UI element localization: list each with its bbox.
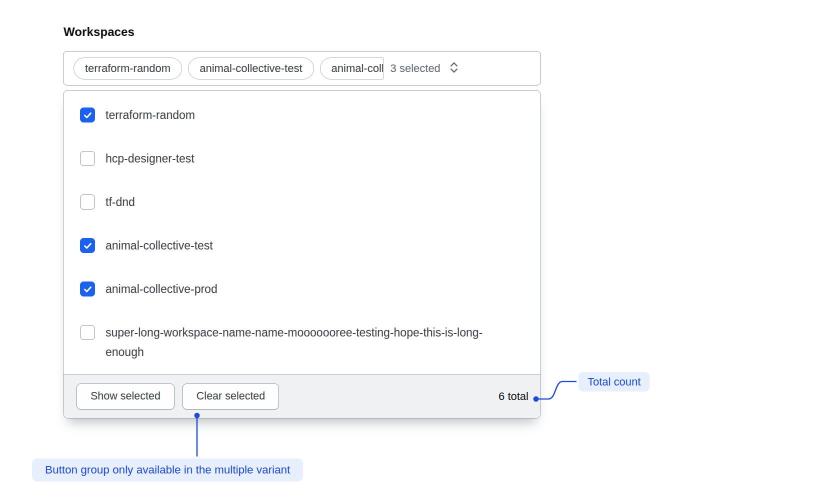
option-label: super-long-workspace-name-name-moooooore…: [106, 323, 488, 362]
total-count-annotation: Total count: [578, 372, 650, 392]
field-label: Workspaces: [64, 25, 541, 39]
option-label: hcp-designer-test: [106, 149, 194, 168]
checkbox[interactable]: [80, 325, 95, 340]
checkbox[interactable]: [80, 238, 95, 253]
option-hcp-designer-test[interactable]: hcp-designer-test: [64, 137, 540, 180]
option-label: animal-collective-prod: [106, 280, 218, 299]
option-terraform-random[interactable]: terraform-random: [64, 94, 540, 137]
selected-pill: animal-collective-test: [188, 58, 314, 80]
checkbox[interactable]: [80, 282, 95, 296]
option-super-long-workspace[interactable]: super-long-workspace-name-name-moooooore…: [64, 311, 540, 374]
selected-pill: terraform-random: [74, 58, 182, 80]
option-label: animal-collective-test: [106, 236, 213, 256]
button-group-annotation: Button group only available in the multi…: [32, 458, 303, 482]
option-label: terraform-random: [106, 106, 195, 125]
checkbox[interactable]: [80, 151, 95, 166]
option-list: terraform-random hcp-designer-test tf-dn…: [64, 90, 540, 374]
option-label: tf-dnd: [106, 192, 135, 212]
select-trigger[interactable]: terraform-random animal-collective-test …: [63, 51, 541, 86]
option-animal-collective-prod[interactable]: animal-collective-prod: [64, 268, 540, 311]
show-selected-button[interactable]: Show selected: [76, 384, 174, 410]
listbox-dropdown: terraform-random hcp-designer-test tf-dn…: [63, 90, 541, 418]
selected-pill-clipped: animal-collective-prod: [320, 58, 384, 80]
caret-up-down-icon: [448, 60, 460, 76]
option-animal-collective-test[interactable]: animal-collective-test: [64, 224, 540, 268]
selected-count-label: 3 selected: [390, 62, 440, 75]
checkbox[interactable]: [80, 108, 95, 122]
total-count-text: 6 total: [498, 390, 528, 403]
multi-select-component: Workspaces terraform-random animal-colle…: [63, 25, 541, 418]
checkbox[interactable]: [80, 194, 95, 210]
option-tf-dnd[interactable]: tf-dnd: [64, 180, 540, 224]
button-group-connector: [194, 413, 200, 457]
listbox-footer: Show selected Clear selected 6 total: [64, 374, 540, 418]
clear-selected-button[interactable]: Clear selected: [182, 384, 279, 410]
